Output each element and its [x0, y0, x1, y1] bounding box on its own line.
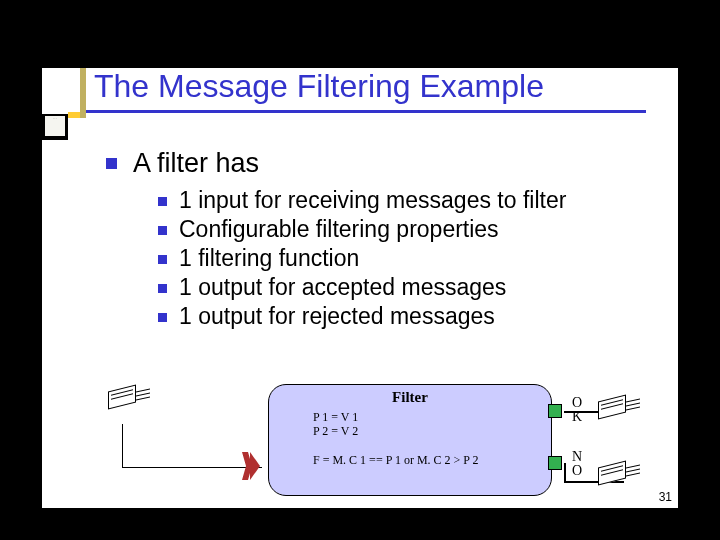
bullet-square-icon: [158, 284, 167, 293]
message-in-icon: [108, 388, 152, 414]
output-port-no: [548, 456, 562, 470]
slide: · · · The Message Filtering Example A fi…: [42, 68, 678, 508]
bullet-level1: A filter has: [106, 148, 656, 179]
output-label-ok: O K: [572, 396, 592, 424]
output-port-ok: [548, 404, 562, 418]
filter-input-port: [250, 452, 268, 480]
filter-diagram: Filter P 1 = V 1 P 2 = V 2 F = M. C 1 ==…: [102, 378, 668, 508]
bullet-square-icon: [158, 255, 167, 264]
bullet-level2-text: Configurable filtering properties: [179, 216, 499, 243]
chevron-input-icon: [250, 452, 268, 480]
bullet-level2-text: 1 filtering function: [179, 245, 359, 272]
slide-logo: · · ·: [45, 116, 65, 136]
message-out-ok-icon: [598, 398, 626, 416]
filter-prop1: P 1 = V 1: [313, 410, 551, 424]
bullet-level2: 1 output for rejected messages: [158, 303, 656, 330]
bullet-square-icon: [158, 313, 167, 322]
slide-body: A filter has 1 input for receiving messa…: [106, 148, 656, 332]
filter-prop2: P 2 = V 2: [313, 424, 551, 438]
connector-in: [122, 424, 262, 468]
bullet-level1-text: A filter has: [133, 148, 259, 179]
bullet-square-icon: [158, 197, 167, 206]
filter-function: F = M. C 1 == P 1 or M. C 2 > P 2: [269, 439, 551, 468]
bullet-square-icon: [106, 158, 117, 169]
bullet-level2: 1 filtering function: [158, 245, 656, 272]
bullet-level2: Configurable filtering properties: [158, 216, 656, 243]
filter-box: Filter P 1 = V 1 P 2 = V 2 F = M. C 1 ==…: [268, 384, 552, 496]
bullet-level2: 1 input for receiving messages to filter: [158, 187, 656, 214]
bullet-level2-text: 1 input for receiving messages to filter: [179, 187, 566, 214]
bullet-level2-list: 1 input for receiving messages to filter…: [158, 187, 656, 330]
slide-title: The Message Filtering Example: [94, 68, 544, 105]
bullet-level2-text: 1 output for accepted messages: [179, 274, 506, 301]
bullet-square-icon: [158, 226, 167, 235]
bullet-level2-text: 1 output for rejected messages: [179, 303, 495, 330]
bullet-level2: 1 output for accepted messages: [158, 274, 656, 301]
filter-properties: P 1 = V 1 P 2 = V 2: [269, 410, 551, 439]
title-underline: [86, 110, 646, 113]
page-number: 31: [659, 490, 672, 504]
message-out-no-icon: [598, 464, 626, 482]
output-label-no: N O: [572, 450, 592, 478]
filter-box-title: Filter: [269, 385, 551, 410]
connector-out-no: [564, 463, 566, 481]
